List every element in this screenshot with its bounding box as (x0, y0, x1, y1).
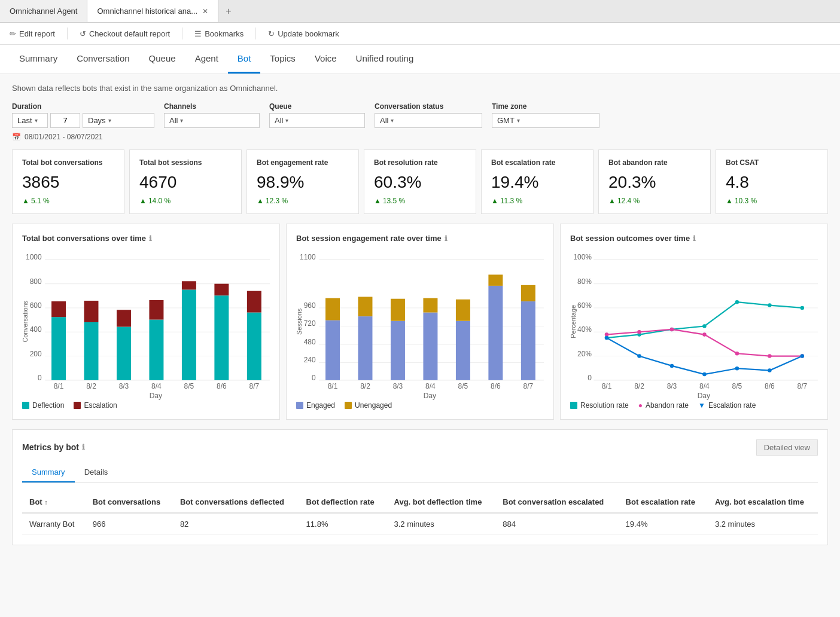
queue-filter: Queue All ▾ (269, 102, 365, 128)
svg-rect-19 (149, 320, 163, 380)
svg-point-103 (801, 354, 805, 358)
metrics-info-icon[interactable]: ℹ (82, 443, 85, 451)
kpi-bot-engagement-rate-title: Bot engagement rate (257, 158, 349, 167)
svg-point-95 (768, 354, 772, 358)
kpi-bot-csat: Bot CSAT 4.8 ▲10.3 % (716, 149, 828, 214)
col-escalated-label: Bot conversation escalated (503, 497, 604, 506)
bookmarks-button[interactable]: ☰ Bookmarks (194, 29, 244, 38)
svg-text:8/3: 8/3 (119, 382, 129, 390)
nav-tab-agent-label: Agent (195, 53, 218, 63)
duration-unit-select[interactable]: Days ▾ (83, 113, 154, 128)
col-avg-deflection-time[interactable]: Avg. bot deflection time (387, 491, 496, 513)
add-tab-button[interactable]: + (218, 6, 238, 17)
cell-escalated: 884 (495, 513, 618, 535)
nav-tab-conversation-label: Conversation (77, 53, 129, 63)
cell-bot-name: Warranty Bot (22, 513, 86, 535)
detailed-view-button[interactable]: Detailed view (756, 439, 818, 456)
nav-tab-queue[interactable]: Queue (139, 45, 185, 74)
channels-select[interactable]: All ▾ (164, 113, 260, 128)
engaged-color (296, 402, 303, 409)
svg-point-97 (605, 336, 609, 340)
queue-filter-label: Queue (269, 102, 365, 111)
delta-arrow-up-icon: ▲ (374, 197, 381, 205)
info-text: Shown data reflects bots that exist in t… (12, 84, 828, 93)
chart-info-icon-3[interactable]: ℹ (693, 234, 696, 243)
close-tab-icon[interactable]: ✕ (202, 7, 208, 16)
svg-point-100 (702, 372, 707, 377)
col-bot-conversations[interactable]: Bot conversations (86, 491, 173, 513)
duration-value-input[interactable] (50, 113, 80, 128)
chart-outcomes-svg: 0 20% 40% 60% 80% 100% Percentage (570, 250, 818, 393)
checkout-default-button[interactable]: ↺ Checkout default report (80, 29, 170, 38)
svg-text:0: 0 (38, 374, 42, 382)
nav-tab-summary[interactable]: Summary (10, 45, 67, 74)
col-bot[interactable]: Bot ↑ (22, 491, 86, 513)
duration-unit-value: Days (88, 116, 106, 125)
svg-point-99 (670, 364, 674, 368)
timezone-select[interactable]: GMT ▾ (492, 113, 599, 128)
col-escalation-rate[interactable]: Bot escalation rate (619, 491, 708, 513)
nav-tab-agent[interactable]: Agent (185, 45, 228, 74)
col-escalated[interactable]: Bot conversation escalated (495, 491, 618, 513)
nav-tab-bot[interactable]: Bot (228, 45, 261, 74)
nav-tab-bot-label: Bot (238, 53, 251, 63)
svg-rect-17 (117, 327, 131, 380)
delta-arrow-up-icon: ▲ (491, 197, 498, 205)
table-row: Warranty Bot 966 82 11.8% 3.2 minutes 88… (22, 513, 818, 535)
channels-chevron: ▾ (180, 117, 183, 124)
kpi-bot-engagement-rate-value: 98.9% (257, 173, 349, 192)
browser-tab-1[interactable]: Omnichannel Agent (0, 0, 87, 22)
col-avg-escalation-time[interactable]: Avg. bot escalation time (708, 491, 818, 513)
kpi-total-bot-conversations-title: Total bot conversations (22, 158, 114, 167)
browser-tab-2[interactable]: Omnichannel historical ana... ✕ (87, 0, 218, 22)
svg-text:8/6: 8/6 (765, 382, 775, 390)
nav-tab-unified-routing-label: Unified routing (356, 53, 414, 63)
svg-text:Percentage: Percentage (570, 305, 577, 338)
kpi-bot-escalation-rate-delta: ▲11.3 % (491, 197, 583, 205)
kpi-total-bot-conversations-delta: ▲5.1 % (22, 197, 114, 205)
chart-engagement-rate-title: Bot session engagement rate over time ℹ (296, 234, 544, 243)
svg-text:Day: Day (424, 392, 436, 400)
nav-tab-topics[interactable]: Topics (260, 45, 305, 74)
metrics-table: Bot ↑ Bot conversations Bot conversation… (22, 491, 818, 535)
deflection-color (22, 402, 29, 409)
nav-tab-unified-routing[interactable]: Unified routing (346, 45, 424, 74)
kpi-bot-resolution-rate: Bot resolution rate 60.3% ▲13.5 % (364, 149, 476, 214)
col-deflection-rate-label: Bot deflection rate (306, 497, 375, 506)
sub-tab-details[interactable]: Details (75, 463, 118, 482)
sub-tab-details-label: Details (84, 468, 108, 477)
svg-text:1100: 1100 (300, 253, 316, 261)
svg-text:Conversations: Conversations (22, 301, 29, 343)
col-escalation-rate-label: Bot escalation rate (626, 497, 695, 506)
toolbar-separator-1 (67, 28, 68, 39)
sub-tab-summary[interactable]: Summary (22, 463, 75, 482)
nav-tab-voice[interactable]: Voice (305, 45, 346, 74)
browser-tabs: Omnichannel Agent Omnichannel historical… (0, 0, 840, 23)
nav-tab-conversation[interactable]: Conversation (67, 45, 139, 74)
chart-info-icon-1[interactable]: ℹ (149, 234, 152, 243)
kpi-total-bot-sessions-title: Total bot sessions (139, 158, 232, 167)
timezone-chevron: ▾ (517, 117, 520, 124)
update-bookmark-button[interactable]: ↻ Update bookmark (268, 29, 339, 38)
duration-type-select[interactable]: Last ▾ (12, 113, 48, 128)
edit-report-button[interactable]: ✏ Edit report (10, 29, 55, 38)
timezone-filter: Time zone GMT ▾ (492, 102, 599, 128)
svg-rect-25 (247, 313, 261, 380)
chart-bot-conversations-svg: 0 200 400 600 800 1000 Conversations (22, 250, 270, 393)
duration-type-value: Last (17, 116, 32, 125)
col-deflection-rate[interactable]: Bot deflection rate (299, 491, 387, 513)
col-deflected[interactable]: Bot conversations deflected (173, 491, 299, 513)
svg-point-86 (702, 324, 707, 328)
svg-rect-55 (423, 298, 437, 313)
conv-status-select[interactable]: All ▾ (375, 113, 482, 128)
col-bot-label: Bot (29, 497, 42, 506)
svg-text:8/2: 8/2 (634, 382, 644, 390)
chart-info-icon-2[interactable]: ℹ (445, 234, 448, 243)
abandon-dot-icon: ● (638, 401, 643, 410)
kpi-bot-escalation-rate-value: 19.4% (491, 173, 583, 192)
escalation-color (74, 402, 81, 409)
kpi-total-bot-conversations-value: 3865 (22, 173, 114, 192)
queue-select[interactable]: All ▾ (269, 113, 365, 128)
metrics-header: Metrics by bot ℹ Detailed view (22, 439, 818, 456)
cell-deflected: 82 (173, 513, 299, 535)
